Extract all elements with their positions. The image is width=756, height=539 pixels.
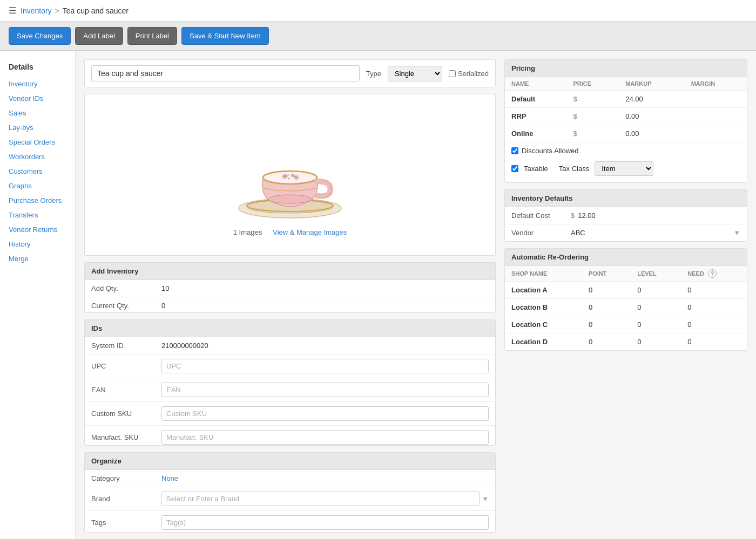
print-label-button[interactable]: Print Label: [127, 27, 177, 45]
sidebar-item-vendor-returns[interactable]: Vendor Returns: [0, 222, 75, 237]
upc-input[interactable]: [161, 359, 489, 373]
reorder-need: 0: [681, 333, 747, 351]
tags-label: Tags: [91, 518, 161, 527]
ids-body: System ID 210000000020 UPC EAN Custom SK…: [85, 337, 495, 446]
sidebar-item-workorders[interactable]: Workorders: [0, 149, 75, 164]
sidebar-item-vendor-ids[interactable]: Vendor IDs: [0, 91, 75, 106]
custom-sku-label: Custom SKU: [91, 410, 161, 418]
item-name-input[interactable]: [91, 65, 360, 81]
tax-class-select[interactable]: Item Non-taxable Custom: [595, 161, 653, 176]
add-label-button[interactable]: Add Label: [75, 27, 123, 45]
reorder-row: Location D 0 0 0: [505, 333, 747, 351]
image-footer: 1 Images View & Manage Images: [233, 228, 347, 236]
manufact-sku-label: Manufact. SKU: [91, 433, 161, 441]
inventory-defaults-section: Inventory Defaults Default Cost $ 12.00 …: [504, 189, 747, 242]
sidebar-item-merge[interactable]: Merge: [0, 251, 75, 266]
reorder-point: 0: [582, 282, 631, 299]
brand-input[interactable]: [161, 492, 480, 506]
organize-header: Organize: [85, 453, 495, 470]
category-row: Category None: [85, 470, 495, 487]
sidebar-item-sales[interactable]: Sales: [0, 106, 75, 120]
brand-label: Brand: [91, 495, 161, 503]
save-start-new-button[interactable]: Save & Start New Item: [181, 27, 269, 45]
pricing-section: Pricing NAME PRICE MARKUP MARGIN Default…: [504, 59, 747, 183]
sidebar-item-graphs[interactable]: Graphs: [0, 179, 75, 193]
system-id-value: 210000000020: [161, 342, 489, 350]
default-cost-amount: 12.00: [578, 211, 596, 220]
ids-header: IDs: [85, 320, 495, 337]
pricing-header: Pricing: [505, 60, 747, 77]
vendor-value: ABC ▼: [571, 229, 740, 237]
tags-input[interactable]: [161, 515, 489, 530]
toolbar: Save Changes Add Label Print Label Save …: [0, 22, 756, 51]
vendor-row: Vendor ABC ▼: [505, 224, 747, 241]
add-qty-value: 10: [161, 284, 489, 292]
ean-label: EAN: [91, 386, 161, 394]
save-changes-button[interactable]: Save Changes: [9, 27, 71, 45]
reorder-need: 0: [681, 316, 747, 333]
reorder-table: Shop Name Point Level Need ? Location A …: [505, 266, 747, 350]
upc-row: UPC: [85, 354, 495, 378]
reorder-point: 0: [582, 316, 631, 333]
sidebar-item-lay-bys[interactable]: Lay-bys: [0, 120, 75, 135]
shop-name: Location D: [505, 333, 582, 351]
right-column: Pricing NAME PRICE MARKUP MARGIN Default…: [504, 59, 747, 533]
image-count: 1 Images: [233, 228, 262, 236]
sidebar-item-purchase-orders[interactable]: Purchase Orders: [0, 193, 75, 208]
tax-row: Taxable Tax Class Item Non-taxable Custo…: [511, 159, 740, 178]
price-markup: [685, 108, 747, 125]
taxable-checkbox[interactable]: [511, 165, 518, 172]
sidebar-item-customers[interactable]: Customers: [0, 164, 75, 179]
ean-input[interactable]: [161, 383, 489, 397]
breadcrumb-inventory[interactable]: Inventory: [21, 6, 52, 15]
add-inventory-header: Add Inventory: [85, 263, 495, 280]
main-layout: Details Inventory Vendor IDs Sales Lay-b…: [0, 51, 756, 539]
custom-sku-input[interactable]: [161, 406, 489, 421]
manufact-sku-input[interactable]: [161, 430, 489, 445]
shop-name: Location B: [505, 299, 582, 316]
view-manage-images-link[interactable]: View & Manage Images: [273, 228, 347, 236]
sidebar-item-inventory[interactable]: Inventory: [0, 77, 75, 91]
system-id-row: System ID 210000000020: [85, 337, 495, 354]
default-cost-value: $ 12.00: [571, 211, 740, 220]
price-value: 24.00: [619, 91, 684, 108]
reorder-col-level: Level: [631, 266, 681, 282]
pricing-row: Online $ 0.00: [505, 125, 747, 142]
price-name: RRP: [505, 108, 566, 125]
upc-label: UPC: [91, 362, 161, 370]
inventory-defaults-header: Inventory Defaults: [505, 190, 747, 207]
system-id-label: System ID: [91, 342, 161, 350]
pricing-col-margin: MARGIN: [685, 77, 747, 91]
add-inventory-body: Add Qty. 10 Current Qty. 0: [85, 280, 495, 313]
reorder-row: Location A 0 0 0: [505, 282, 747, 299]
sidebar-item-history[interactable]: History: [0, 237, 75, 251]
default-cost-row: Default Cost $ 12.00: [505, 207, 747, 224]
current-qty-row: Current Qty. 0: [85, 297, 495, 313]
reorder-need: 0: [681, 299, 747, 316]
serialized-checkbox[interactable]: [449, 70, 456, 77]
category-value[interactable]: None: [161, 474, 178, 482]
reorder-col-need: Need ?: [681, 266, 747, 282]
pricing-options: Discounts Allowed Taxable Tax Class Item…: [505, 142, 747, 182]
default-cost-currency: $: [571, 211, 575, 220]
sidebar-item-transfers[interactable]: Transfers: [0, 208, 75, 222]
taxable-label: Taxable: [524, 165, 548, 173]
breadcrumb-separator: >: [55, 6, 59, 15]
price-name: Online: [505, 125, 566, 142]
vendor-text: ABC: [571, 229, 730, 237]
left-column: Type Single Variable Composite Serialize…: [84, 59, 496, 533]
reorder-col-shop: Shop Name: [505, 266, 582, 282]
price-value: 0.00: [619, 108, 684, 125]
type-select[interactable]: Single Variable Composite: [388, 66, 442, 81]
current-qty-label: Current Qty.: [91, 302, 161, 310]
discounts-checkbox[interactable]: [511, 147, 518, 154]
teacup-image: [231, 114, 349, 222]
price-currency: $: [566, 91, 619, 108]
sidebar-item-special-orders[interactable]: Special Orders: [0, 135, 75, 149]
pricing-table: NAME PRICE MARKUP MARGIN Default $ 24.00…: [505, 77, 747, 142]
ean-row: EAN: [85, 378, 495, 402]
reorder-row: Location C 0 0 0: [505, 316, 747, 333]
reorder-row: Location B 0 0 0: [505, 299, 747, 316]
breadcrumb-current: Tea cup and saucer: [63, 6, 129, 15]
reorder-level: 0: [631, 282, 681, 299]
